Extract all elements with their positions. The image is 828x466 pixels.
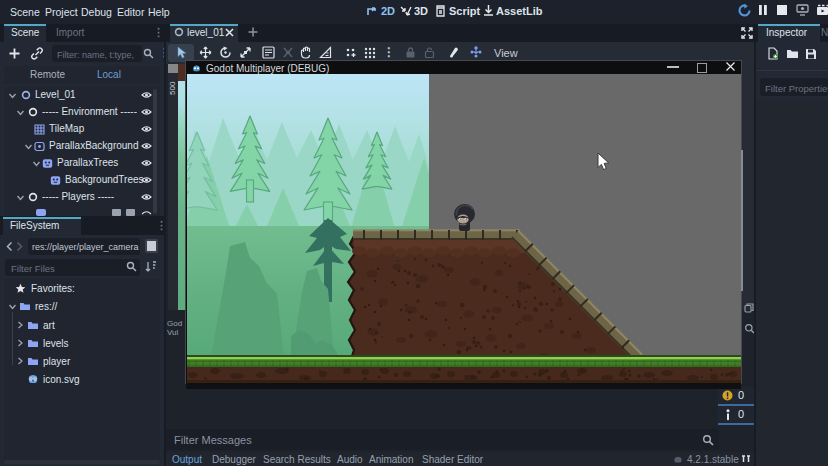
svg-text:500: 500 [168, 81, 177, 95]
